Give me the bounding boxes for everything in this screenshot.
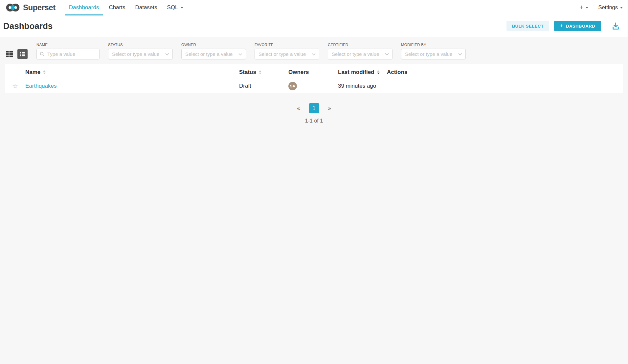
import-icon (611, 22, 620, 31)
select-placeholder: Select or type a value (258, 51, 306, 57)
column-label: Actions (387, 69, 407, 76)
select-placeholder: Select or type a value (112, 51, 159, 57)
nav-item-label: Datasets (135, 4, 157, 11)
nav-item-sql[interactable]: SQL (163, 0, 188, 15)
favorite-star-icon[interactable]: ☆ (12, 83, 18, 89)
sort-icon (259, 70, 261, 74)
filter-label: STATUS (108, 43, 173, 47)
owner-filter-select[interactable]: Select or type a value (181, 49, 246, 59)
dashboards-table-card: Name Status Owners Last modified Actions (5, 64, 623, 93)
list-view-toggle[interactable] (17, 49, 28, 59)
filter-label: CERTIFIED (328, 43, 392, 47)
import-dashboard-button[interactable] (611, 21, 620, 31)
card-view-icon (6, 51, 13, 57)
previous-page-button[interactable]: « (295, 105, 302, 112)
modified-by-filter-select[interactable]: Select or type a value (401, 49, 466, 59)
pagination: « 1 » (0, 103, 628, 113)
chevron-down-icon (312, 53, 316, 56)
filter-status: STATUS Select or type a value (108, 43, 173, 59)
column-header-owners: Owners (288, 69, 338, 76)
header-actions: BULK SELECT + DASHBOARD (506, 21, 620, 31)
settings-label: Settings (598, 4, 618, 11)
owner-avatar: SA (288, 82, 297, 90)
filter-label: MODIFIED BY (401, 43, 466, 47)
status-value: Draft (239, 83, 251, 89)
table-row: ☆ Earthquakes Draft SA 39 minutes ago (5, 79, 623, 93)
nav-item-label: SQL (167, 4, 178, 11)
column-header-actions: Actions (387, 69, 623, 76)
chevron-down-icon (620, 7, 623, 9)
favorite-filter-select[interactable]: Select or type a value (255, 49, 319, 59)
select-placeholder: Select or type a value (405, 51, 452, 57)
nav-item-dashboards[interactable]: Dashboards (65, 0, 103, 15)
table-header-row: Name Status Owners Last modified Actions (5, 64, 623, 79)
chevron-down-icon (458, 53, 462, 56)
card-view-toggle[interactable] (5, 50, 14, 58)
view-toggles (5, 49, 28, 59)
next-page-button[interactable]: » (326, 105, 333, 112)
filter-label: FAVORITE (255, 43, 319, 47)
column-label: Owners (288, 69, 309, 76)
sort-desc-icon (377, 70, 380, 74)
superset-logo[interactable]: Superset (6, 3, 56, 12)
dashboard-link[interactable]: Earthquakes (25, 83, 56, 89)
nav-item-label: Dashboards (69, 4, 99, 11)
brand-name: Superset (23, 3, 56, 12)
filter-modified-by: MODIFIED BY Select or type a value (401, 43, 466, 59)
column-header-name[interactable]: Name (25, 69, 239, 76)
column-label: Status (239, 69, 256, 76)
bulk-select-button[interactable]: BULK SELECT (506, 21, 550, 31)
name-filter-input[interactable] (36, 49, 100, 59)
chevron-down-icon (165, 53, 169, 56)
pagination-summary: 1-1 of 1 (0, 118, 628, 124)
navbar-right: + Settings (579, 4, 623, 11)
filter-label: NAME (36, 43, 100, 47)
chevron-down-icon (238, 53, 242, 56)
filter-owner: OWNER Select or type a value (181, 43, 246, 59)
column-label: Name (25, 69, 40, 76)
status-filter-select[interactable]: Select or type a value (108, 49, 173, 59)
nav-item-datasets[interactable]: Datasets (131, 0, 161, 15)
main-nav-menu: Dashboards Charts Datasets SQL (64, 0, 188, 15)
plus-icon: + (560, 23, 563, 29)
page-title: Dashboards (3, 21, 53, 31)
column-label: Last modified (338, 69, 374, 76)
filter-label: OWNER (181, 43, 246, 47)
filter-certified: CERTIFIED Select or type a value (328, 43, 392, 59)
page-header: Dashboards BULK SELECT + DASHBOARD (0, 15, 628, 37)
add-dashboard-label: DASHBOARD (566, 24, 595, 29)
filter-name: NAME (36, 43, 100, 59)
nav-item-charts[interactable]: Charts (104, 0, 129, 15)
select-placeholder: Select or type a value (332, 51, 379, 57)
plus-icon: + (579, 4, 583, 11)
chevron-down-icon (385, 53, 389, 56)
top-navbar: Superset Dashboards Charts Datasets SQL … (0, 0, 628, 15)
superset-logo-icon (6, 3, 20, 12)
filter-favorite: FAVORITE Select or type a value (255, 43, 319, 59)
new-item-menu[interactable]: + (579, 4, 588, 11)
search-icon (40, 52, 45, 57)
filter-bar: NAME STATUS Select or type a value (0, 37, 628, 59)
last-modified-value: 39 minutes ago (338, 83, 376, 89)
chevron-down-icon (181, 7, 183, 9)
column-header-status[interactable]: Status (239, 69, 288, 76)
select-placeholder: Select or type a value (185, 51, 233, 57)
page-1-button[interactable]: 1 (309, 103, 319, 113)
column-header-last-modified[interactable]: Last modified (338, 69, 387, 76)
nav-item-label: Charts (109, 4, 125, 11)
certified-filter-select[interactable]: Select or type a value (328, 49, 392, 59)
content-area: NAME STATUS Select or type a value (0, 37, 628, 124)
list-view-icon (19, 51, 26, 57)
settings-menu[interactable]: Settings (598, 4, 623, 11)
app-root: Superset Dashboards Charts Datasets SQL … (0, 0, 628, 124)
add-dashboard-button[interactable]: + DASHBOARD (554, 21, 601, 31)
sort-icon (43, 70, 46, 74)
chevron-down-icon (586, 7, 588, 9)
